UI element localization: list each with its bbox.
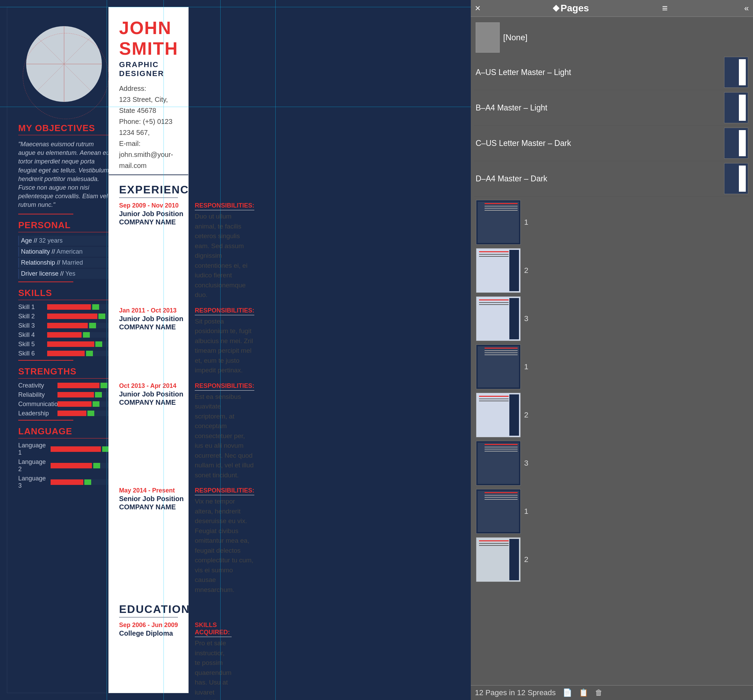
thumb-row[interactable]: 1: [476, 489, 748, 534]
skill-bar-green: [102, 446, 109, 452]
language-items: Language 1Language 2Language 3: [18, 442, 110, 489]
resume-job-title: GRAPHIC DESIGNER: [119, 60, 178, 78]
experience-section-title: EXPERIENCE: [119, 183, 178, 198]
skill-bar-red: [47, 304, 91, 310]
skill-name: Reliability: [18, 391, 56, 398]
spreads-icon-3[interactable]: 🗑: [595, 688, 603, 697]
pages-none-label: [None]: [503, 33, 528, 42]
thumb-row[interactable]: 2: [476, 537, 748, 582]
skill-bar-green: [92, 401, 100, 407]
thumb-label: 3: [524, 314, 528, 323]
objectives-text: "Maecenas euismod rutrum augue eu elemen…: [18, 139, 110, 211]
thumb-white-stripe: [739, 95, 746, 121]
skill-bar-green: [86, 351, 93, 356]
edu-left: Sep 2006 - Jun 2009 College Diploma: [119, 622, 188, 700]
skill-bar-container: [47, 314, 110, 319]
exp-left: Sep 2009 - Nov 2010 Junior Job Position …: [119, 202, 188, 300]
pages-none-thumb: [476, 22, 500, 53]
skill-row: Creativity: [18, 382, 110, 389]
skill-bar-green: [92, 304, 99, 310]
resume-name: JOHN SMITH: [119, 17, 178, 59]
exp-position: Senior Job Position: [119, 494, 188, 503]
thumb-row[interactable]: 2: [476, 393, 748, 438]
pages-item-thumb: [724, 57, 748, 88]
skill-bar-container: [47, 323, 110, 328]
pages-item[interactable]: B–A4 Master – Light: [474, 90, 750, 126]
pages-named-items: A–US Letter Master – LightB–A4 Master – …: [474, 55, 750, 197]
skill-bar-red: [51, 480, 83, 485]
skill-name: Leadership: [18, 410, 56, 417]
exp-date: Oct 2013 - Apr 2014: [119, 382, 188, 389]
pages-item[interactable]: C–US Letter Master – Dark: [474, 126, 750, 161]
thumb-box: [476, 537, 521, 582]
profile-area: [14, 14, 114, 114]
skills-items: Skill 1Skill 2Skill 3Skill 4Skill 5Skill…: [18, 303, 110, 357]
thumb-white-stripe: [739, 166, 746, 192]
strengths-divider: [18, 420, 73, 420]
language-title: LANGUAGE: [18, 426, 110, 438]
thumbs-grid: 1 2 3: [474, 197, 750, 585]
exp-right: RESPONSIBILITIES: Vix ne tempor altera, …: [195, 487, 254, 595]
exp-text: Vix ne tempor altera, hendrerit deseruis…: [195, 497, 254, 595]
exp-right: RESPONSIBILITIES: Est ea sensibus suavit…: [195, 382, 254, 480]
thumb-white-stripe: [739, 59, 746, 85]
skill-row: Language 3: [18, 475, 110, 489]
skill-bar-green: [83, 332, 90, 338]
education-section-title: EDUCATION: [119, 603, 178, 617]
edu-date: Sep 2006 - Jun 2009: [119, 622, 188, 629]
personal-item: Age // 32 years: [18, 236, 110, 246]
pages-panel-close-btn[interactable]: ×: [475, 3, 480, 14]
spreads-info-text: 12 Pages in 12 Spreads: [475, 688, 556, 697]
skill-name: Skill 1: [18, 303, 46, 311]
edu-right: SKILLS ACQUIRED: Pro et sale instructior…: [195, 622, 231, 700]
edu-skills-label: SKILLS ACQUIRED:: [195, 622, 231, 637]
experience-item: Sep 2009 - Nov 2010 Junior Job Position …: [119, 202, 178, 300]
spreads-icon-2[interactable]: 📋: [579, 688, 588, 697]
experience-item: May 2014 - Present Senior Job Position C…: [119, 487, 178, 595]
exp-company: COMPANY NAME: [119, 503, 188, 511]
pages-panel-menu-btn[interactable]: ≡: [662, 3, 668, 14]
thumb-label: 2: [524, 555, 528, 564]
thumb-label: 3: [524, 459, 528, 468]
pages-panel: × Pages ≡ « [None] A–US Letter Master – …: [471, 0, 753, 700]
pages-item[interactable]: D–A4 Master – Dark: [474, 161, 750, 197]
thumb-row[interactable]: 1: [476, 200, 748, 245]
thumb-label: 1: [524, 218, 528, 227]
personal-item: Relationship // Married: [18, 258, 110, 268]
skill-bar-container: [58, 392, 110, 397]
thumb-box: [476, 393, 521, 438]
pages-none-item[interactable]: [None]: [474, 20, 750, 55]
skill-name: Skill 3: [18, 322, 46, 329]
exp-date: Sep 2009 - Nov 2010: [119, 202, 188, 209]
thumb-row[interactable]: 3: [476, 441, 748, 486]
exp-position: Junior Job Position: [119, 389, 188, 398]
skill-bar-green: [100, 383, 107, 388]
skill-bar-green: [93, 463, 100, 469]
thumb-box: [476, 296, 521, 341]
thumb-row[interactable]: 1: [476, 344, 748, 389]
skill-bar-container: [58, 411, 110, 416]
thumb-label: 2: [524, 266, 528, 275]
objectives-title: MY OBJECTIVES: [18, 123, 110, 135]
contact-email: E-mail: john.smith@your-mail.com: [119, 138, 178, 171]
pages-list[interactable]: [None] A–US Letter Master – LightB–A4 Ma…: [471, 17, 753, 685]
pages-item[interactable]: A–US Letter Master – Light: [474, 55, 750, 90]
pages-panel-collapse-btn[interactable]: «: [744, 3, 749, 13]
exp-resp-label: RESPONSIBILITIES:: [195, 202, 254, 210]
thumb-box: [476, 248, 521, 293]
pages-item-label: C–US Letter Master – Dark: [476, 139, 721, 148]
pages-item-thumb: [724, 128, 748, 159]
thumb-row[interactable]: 3: [476, 296, 748, 341]
personal-title: PERSONAL: [18, 220, 110, 232]
edu-degree: College Diploma: [119, 629, 188, 638]
skill-name: Creativity: [18, 382, 56, 389]
skill-bar-red: [47, 323, 88, 328]
pages-panel-header: × Pages ≡ «: [471, 0, 753, 17]
thumb-row[interactable]: 2: [476, 248, 748, 293]
skill-row: Skill 6: [18, 350, 110, 357]
resume-area: MY OBJECTIVES "Maecenas euismod rutrum a…: [0, 0, 471, 700]
skill-bar-container: [47, 304, 110, 310]
skill-row: Skill 2: [18, 313, 110, 320]
spreads-icon-1[interactable]: 📄: [563, 688, 572, 697]
skill-name: Language 1: [18, 442, 49, 456]
